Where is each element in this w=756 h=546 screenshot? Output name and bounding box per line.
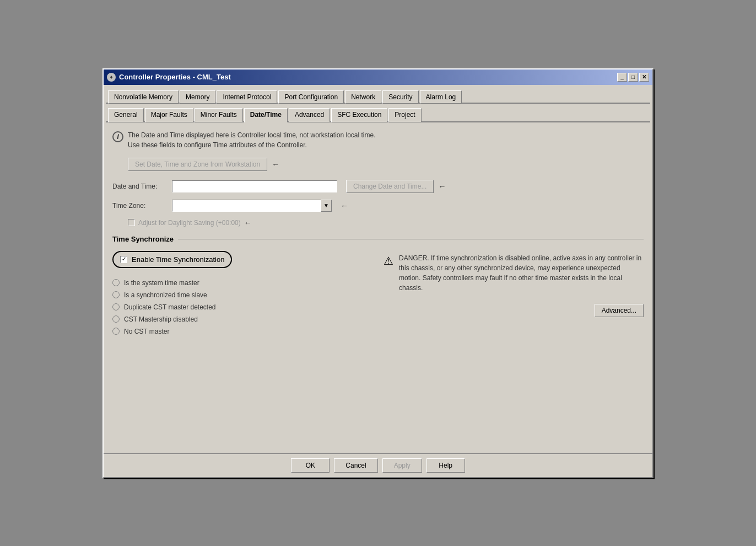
tab-general[interactable]: General: [108, 108, 144, 122]
window-icon: ♦: [107, 73, 116, 82]
tab-row-1: Nonvolatile Memory Memory Internet Proto…: [106, 87, 650, 104]
radio-duplicate-cst[interactable]: [112, 303, 120, 311]
help-button[interactable]: Help: [426, 458, 465, 473]
tab-row-2: General Major Faults Minor Faults Date/T…: [106, 105, 650, 122]
tab-rows-container: Nonvolatile Memory Memory Internet Proto…: [104, 85, 652, 122]
date-time-input[interactable]: [172, 180, 337, 192]
set-datetime-zone-button[interactable]: Set Date, Time and Zone from Workstation: [128, 158, 267, 171]
main-window: ♦ Controller Properties - CML_Test _ □ ✕…: [102, 68, 654, 478]
enable-sync-wrapper: ✓ Enable Time Synchronization: [112, 251, 232, 268]
enable-sync-row: ✓ Enable Time Synchronization: [120, 255, 224, 264]
info-text: The Date and Time displayed here is Cont…: [128, 130, 376, 150]
date-time-label: Date and Time:: [112, 183, 168, 190]
set-button-row: Set Date, Time and Zone from Workstation…: [128, 158, 644, 171]
radio-label-4: No CST master: [124, 328, 169, 335]
radio-cst-mastership-disabled[interactable]: [112, 315, 120, 323]
radio-synchronized-slave[interactable]: [112, 291, 120, 298]
title-buttons: _ □ ✕: [617, 73, 649, 82]
section-header: Time Synchronize: [112, 235, 644, 243]
section-divider: [178, 239, 644, 239]
tab-sfc-execution[interactable]: SFC Execution: [331, 108, 387, 122]
tab-network[interactable]: Network: [345, 90, 381, 104]
enable-sync-checkbox[interactable]: ✓: [120, 256, 127, 263]
tab-alarm-log[interactable]: Alarm Log: [420, 90, 462, 104]
danger-box: ⚠ DANGER. If time synchronization is dis…: [384, 253, 644, 293]
time-zone-row: Time Zone: ▼ ←: [112, 200, 644, 212]
window-title: Controller Properties - CML_Test: [119, 73, 231, 81]
title-bar-left: ♦ Controller Properties - CML_Test: [107, 73, 231, 82]
radio-row-4: No CST master: [112, 328, 372, 335]
checkmark-icon: ✓: [122, 256, 126, 262]
radio-label-2: Duplicate CST master detected: [124, 303, 216, 311]
time-zone-wrapper: ▼: [172, 200, 332, 212]
radio-row-1: Is a synchronized time slave: [112, 291, 372, 299]
enable-sync-label: Enable Time Synchronization: [132, 255, 224, 264]
advanced-button[interactable]: Advanced...: [595, 304, 644, 317]
tab-nonvolatile-memory[interactable]: Nonvolatile Memory: [108, 90, 179, 104]
cancel-button[interactable]: Cancel: [334, 458, 377, 473]
info-box: i The Date and Time displayed here is Co…: [112, 130, 644, 150]
minimize-button[interactable]: _: [617, 73, 627, 82]
radio-label-1: Is a synchronized time slave: [124, 291, 207, 299]
set-arrow-icon: ←: [272, 160, 279, 169]
time-zone-label: Time Zone:: [112, 202, 168, 210]
date-time-row: Date and Time: Change Date and Time... ←: [112, 180, 644, 193]
change-date-time-button[interactable]: Change Date and Time...: [346, 180, 434, 193]
radio-options: Is the system time master Is a synchroni…: [112, 279, 372, 335]
danger-icon: ⚠: [384, 254, 393, 267]
change-arrow-icon: ←: [438, 182, 446, 191]
tab-project[interactable]: Project: [388, 108, 421, 122]
tab-major-faults[interactable]: Major Faults: [145, 108, 193, 122]
maximize-button[interactable]: □: [628, 73, 638, 82]
daylight-arrow-icon: ←: [244, 218, 252, 227]
tab-internet-protocol[interactable]: Internet Protocol: [217, 90, 277, 104]
tab-memory[interactable]: Memory: [180, 90, 215, 104]
danger-text: DANGER. If time synchronization is disab…: [399, 253, 644, 293]
tab-minor-faults[interactable]: Minor Faults: [195, 108, 243, 122]
tab-security[interactable]: Security: [382, 90, 418, 104]
tab-date-time[interactable]: Date/Time: [244, 108, 288, 122]
radio-row-0: Is the system time master: [112, 279, 372, 287]
timezone-arrow-icon: ←: [341, 201, 348, 210]
left-column: ✓ Enable Time Synchronization Is the sys…: [112, 251, 372, 340]
footer: OK Cancel Apply Help: [104, 453, 652, 477]
two-column-layout: ✓ Enable Time Synchronization Is the sys…: [112, 251, 644, 340]
ok-button[interactable]: OK: [291, 458, 330, 473]
content-area: i The Date and Time displayed here is Co…: [104, 122, 652, 453]
time-zone-select[interactable]: [172, 200, 332, 212]
daylight-checkbox[interactable]: [128, 219, 135, 226]
title-bar: ♦ Controller Properties - CML_Test _ □ ✕: [104, 69, 652, 85]
close-button[interactable]: ✕: [639, 73, 649, 82]
daylight-row: Adjust for Daylight Saving (+00:00) ←: [128, 218, 644, 227]
tab-port-configuration[interactable]: Port Configuration: [278, 90, 344, 104]
radio-no-cst-master[interactable]: [112, 328, 120, 335]
section-title: Time Synchronize: [112, 235, 174, 243]
right-column: ⚠ DANGER. If time synchronization is dis…: [384, 251, 644, 340]
tab-advanced[interactable]: Advanced: [289, 108, 330, 122]
daylight-label: Adjust for Daylight Saving (+00:00): [138, 219, 241, 227]
radio-system-time-master[interactable]: [112, 279, 120, 286]
radio-label-3: CST Mastership disabled: [124, 315, 198, 323]
radio-row-3: CST Mastership disabled: [112, 315, 372, 323]
info-icon: i: [112, 131, 123, 142]
radio-label-0: Is the system time master: [124, 279, 199, 287]
apply-button[interactable]: Apply: [382, 458, 422, 473]
advanced-button-row: Advanced...: [384, 304, 644, 317]
radio-row-2: Duplicate CST master detected: [112, 303, 372, 311]
